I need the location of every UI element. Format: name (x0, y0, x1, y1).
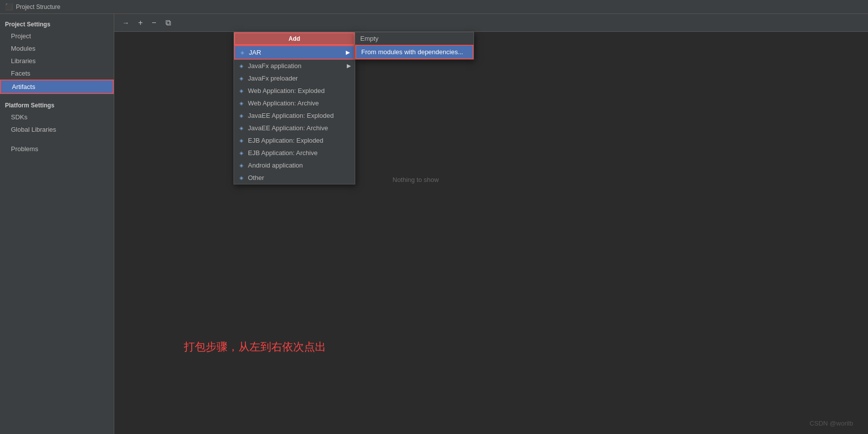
sidebar-item-facets[interactable]: Facets (0, 67, 114, 80)
submenu-item-from-modules[interactable]: From modules with dependencies... (355, 45, 473, 59)
back-arrow-icon: → (119, 19, 132, 27)
javafx-app-icon: ◈ (238, 63, 245, 70)
add-button[interactable]: + (135, 17, 146, 28)
main-content: Nothing to show 打包步骤，从左到右依次点出 CSDN @wori… (114, 32, 868, 434)
project-settings-header: Project Settings (0, 18, 114, 30)
toolbar: → + − ⧉ (114, 14, 868, 32)
add-menu-item-ejb-archive[interactable]: ◈ EJB Application: Archive (234, 147, 355, 159)
add-menu-header: Add (234, 32, 355, 45)
sidebar-item-project[interactable]: Project (0, 30, 114, 42)
platform-settings-header: Platform Settings (0, 99, 114, 111)
javaee-archive-icon: ◈ (238, 125, 245, 132)
javafx-preloader-icon: ◈ (238, 75, 245, 82)
ejb-archive-icon: ◈ (238, 150, 245, 157)
web-archive-icon: ◈ (238, 100, 245, 107)
web-exploded-icon: ◈ (238, 87, 245, 94)
sidebar: Project Settings Project Modules Librari… (0, 14, 114, 434)
android-icon: ◈ (238, 162, 245, 169)
add-menu-item-javafx-app[interactable]: ◈ JavaFx application ▶ (234, 60, 355, 72)
sidebar-item-problems[interactable]: Problems (0, 143, 114, 155)
sidebar-item-modules[interactable]: Modules (0, 42, 114, 55)
add-menu-item-android[interactable]: ◈ Android application (234, 159, 355, 172)
nothing-to-show-label: Nothing to show (393, 176, 439, 183)
add-menu-item-web-exploded[interactable]: ◈ Web Application: Exploded (234, 85, 355, 97)
add-menu-item-jar[interactable]: ◈ JAR ▶ (234, 45, 355, 60)
add-menu-item-javaee-archive[interactable]: ◈ JavaEE Application: Archive (234, 122, 355, 134)
add-menu: Add ◈ JAR ▶ ◈ JavaFx application ▶ ◈ Jav… (234, 32, 355, 184)
sidebar-item-global-libraries[interactable]: Global Libraries (0, 123, 114, 136)
annotation-text: 打包步骤，从左到右依次点出 (184, 340, 326, 354)
javaee-exploded-icon: ◈ (238, 112, 245, 119)
content-area: → + − ⧉ Nothing to show 打包步骤，从左到右依次点出 CS… (114, 14, 868, 434)
jar-submenu: Empty From modules with dependencies... (355, 32, 474, 60)
sidebar-item-sdks[interactable]: SDKs (0, 111, 114, 123)
submenu-item-empty[interactable]: Empty (355, 32, 473, 45)
submenu-arrow-2-icon: ▶ (347, 63, 351, 69)
watermark: CSDN @worilb (809, 420, 853, 427)
submenu-arrow-icon: ▶ (346, 49, 350, 56)
title-bar: ⬛ Project Structure (0, 0, 868, 14)
add-menu-item-other[interactable]: ◈ Other (234, 172, 355, 184)
remove-button[interactable]: − (149, 17, 159, 28)
sidebar-item-artifacts[interactable]: Artifacts (0, 80, 114, 94)
add-menu-item-web-archive[interactable]: ◈ Web Application: Archive (234, 97, 355, 109)
jar-icon: ◈ (239, 49, 246, 56)
window-title: Project Structure (16, 3, 60, 10)
add-menu-item-javafx-preloader[interactable]: ◈ JavaFx preloader (234, 72, 355, 85)
sidebar-item-libraries[interactable]: Libraries (0, 55, 114, 67)
other-icon: ◈ (238, 174, 245, 181)
add-menu-item-javaee-exploded[interactable]: ◈ JavaEE Application: Exploded (234, 109, 355, 122)
add-menu-item-ejb-exploded[interactable]: ◈ EJB Application: Exploded (234, 134, 355, 147)
project-structure-icon: ⬛ (5, 3, 13, 10)
ejb-exploded-icon: ◈ (238, 137, 245, 144)
copy-button[interactable]: ⧉ (162, 17, 174, 28)
